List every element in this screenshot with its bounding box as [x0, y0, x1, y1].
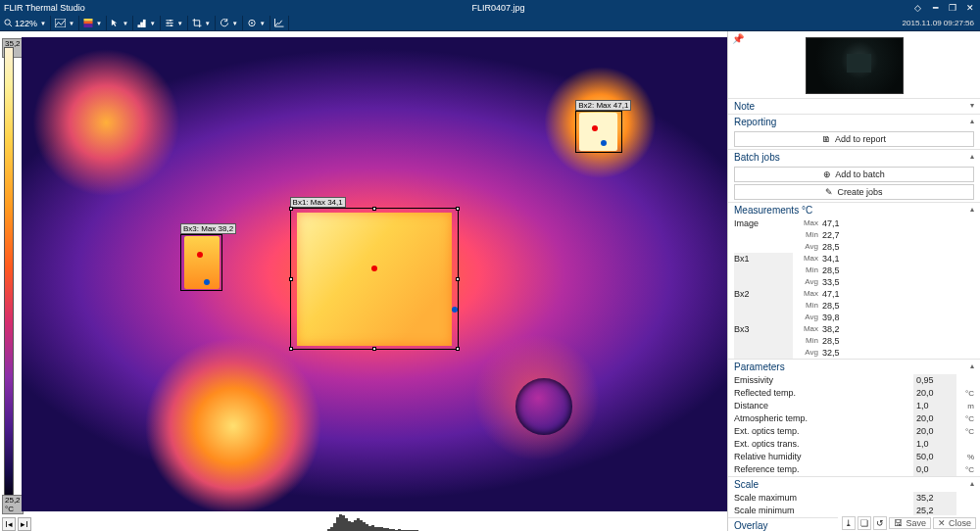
title-bar: FLIR Thermal Studio FLIR0407.jpg ◇ ━ ❐ ✕: [0, 0, 980, 16]
svg-rect-5: [83, 24, 92, 27]
section-parameters[interactable]: Parameters▴: [728, 360, 980, 374]
close-x-icon: ✕: [938, 518, 946, 528]
export-icon[interactable]: ⤓: [842, 516, 856, 530]
param-distance[interactable]: 1,0: [913, 400, 956, 412]
file-nav: I◂ ▸I: [2, 517, 31, 531]
zoom-value: 122%: [15, 19, 37, 28]
meas-bx2-name[interactable]: Bx2: [734, 288, 793, 323]
rotate-button[interactable]: ▼: [216, 16, 243, 30]
roi-bx2[interactable]: Bx2: Max 47,1: [575, 111, 622, 154]
meas-image-avg: 28,5: [822, 241, 861, 253]
meas-bx1-max: 34,1: [822, 253, 861, 265]
svg-rect-4: [83, 22, 92, 24]
section-reporting[interactable]: Reporting▴: [728, 115, 980, 129]
section-measurements[interactable]: Measurements °C▴: [728, 203, 980, 217]
pointer-tool-button[interactable]: ▼: [107, 16, 133, 30]
meas-bx3-avg: 32,5: [822, 347, 861, 359]
meas-bx2-min: 28,5: [822, 300, 861, 312]
roi-bx1[interactable]: Bx1: Max 34,1: [290, 208, 460, 350]
coin-cell: [515, 378, 572, 435]
adjust-button[interactable]: ▼: [161, 16, 188, 30]
first-file-button[interactable]: I◂: [2, 517, 16, 531]
save-button[interactable]: 🖫Save: [889, 517, 931, 529]
scale-gradient: [4, 47, 14, 506]
pin-icon[interactable]: 📌: [732, 33, 744, 44]
param-atm-temp[interactable]: 20,0: [913, 412, 956, 425]
svg-line-1: [9, 24, 12, 26]
scale-min-label: 25,2 °C: [2, 495, 24, 514]
meas-bx1-min: 28,5: [822, 265, 861, 276]
app-title: FLIR Thermal Studio: [4, 3, 85, 13]
maximize-icon[interactable]: ❐: [947, 2, 958, 14]
chevron-down-icon: ▼: [40, 21, 46, 26]
meas-bx2-max: 47,1: [822, 288, 861, 300]
section-scale[interactable]: Scale▴: [728, 477, 980, 492]
param-rel-humidity[interactable]: 50,0: [913, 451, 956, 463]
param-emissivity[interactable]: 0,95: [913, 374, 956, 387]
chevron-down-icon: ▼: [150, 21, 156, 26]
param-scale-max[interactable]: 35,2: [913, 492, 956, 505]
param-reflected-temp[interactable]: 20,0: [913, 387, 956, 400]
chevron-down-icon: ▼: [69, 21, 74, 26]
document-icon: 🗎: [822, 134, 831, 144]
svg-rect-3: [83, 19, 92, 22]
add-to-batch-button[interactable]: ⊕ Add to batch: [734, 167, 974, 182]
param-ext-opt-trans[interactable]: 1,0: [913, 438, 956, 451]
visual-image-thumbnail[interactable]: [806, 37, 904, 94]
svg-point-14: [171, 24, 172, 26]
roi-bx3-label: Bx3: Max 38,2: [180, 223, 236, 234]
panel-footer: ⤓ ❏ ↺ 🖫Save ✕Close: [838, 515, 980, 531]
copy-icon[interactable]: ❏: [858, 516, 871, 530]
roi-bx3[interactable]: Bx3: Max 38,2: [180, 234, 222, 291]
plus-circle-icon: ⊕: [823, 169, 831, 179]
target-button[interactable]: ▼: [243, 16, 270, 30]
svg-rect-6: [137, 24, 140, 27]
histogram[interactable]: [22, 513, 727, 531]
close-button[interactable]: ✕Close: [933, 517, 976, 529]
minimize-icon[interactable]: ━: [929, 2, 941, 14]
param-ref-temp[interactable]: 0,0: [913, 463, 956, 476]
chart-button[interactable]: [270, 16, 289, 30]
chevron-down-icon: ▼: [122, 21, 128, 26]
svg-point-13: [167, 23, 169, 24]
save-icon: 🖫: [894, 518, 903, 528]
close-icon[interactable]: ✕: [964, 2, 976, 14]
param-ext-opt-temp[interactable]: 20,0: [913, 425, 956, 438]
create-jobs-button[interactable]: ✎ Create jobs: [734, 184, 974, 200]
meas-bx1-name[interactable]: Bx1: [734, 253, 793, 288]
svg-point-12: [170, 20, 172, 22]
svg-point-16: [251, 23, 253, 24]
file-name: FLIR0407.jpg: [85, 3, 911, 13]
last-file-button[interactable]: ▸I: [18, 517, 31, 531]
svg-rect-7: [140, 23, 143, 27]
revert-icon[interactable]: ↺: [873, 516, 887, 530]
palette-button[interactable]: ▼: [79, 16, 107, 30]
thermal-image[interactable]: Bx1: Max 34,1 Bx2: Max 47,1 Bx3: Max 38,…: [22, 37, 727, 511]
chevron-down-icon: ▼: [205, 21, 211, 26]
section-batch[interactable]: Batch jobs▴: [728, 150, 980, 165]
svg-rect-8: [143, 20, 146, 27]
capture-timestamp: 2015.11.09 09:27:56: [903, 19, 974, 27]
diamond-icon[interactable]: ◇: [911, 2, 923, 14]
temperature-scale[interactable]: 35,2 °C 25,2 °C: [2, 39, 16, 513]
meas-bx3-min: 28,5: [822, 335, 861, 347]
chevron-down-icon: ▼: [96, 21, 102, 26]
image-mode-button[interactable]: ▼: [51, 16, 79, 30]
pencil-icon: ✎: [825, 187, 833, 197]
meas-bx1-avg: 33,5: [822, 276, 861, 288]
main-toolbar: 122% ▼ ▼ ▼ ▼ ▼ ▼ ▼ ▼ ▼ 2015.11.09 09:27:…: [0, 16, 980, 31]
isotherm-button[interactable]: ▼: [133, 16, 161, 30]
chevron-down-icon: ▼: [260, 21, 266, 26]
meas-bx3-name[interactable]: Bx3: [734, 323, 793, 359]
zoom-control[interactable]: 122% ▼: [0, 16, 51, 30]
meas-image-min: 22,7: [822, 229, 861, 241]
svg-rect-2: [55, 19, 66, 27]
section-note[interactable]: Note▾: [728, 99, 980, 114]
add-to-report-button[interactable]: 🗎 Add to report: [734, 131, 974, 147]
chevron-down-icon: ▼: [232, 21, 238, 26]
meas-bx2-avg: 39,8: [822, 312, 861, 323]
crop-button[interactable]: ▼: [188, 16, 216, 30]
canvas-area: 35,2 °C 25,2 °C Bx1: Max 34,1 Bx2: Max 4…: [0, 31, 727, 531]
meas-image-name: Image: [734, 217, 793, 253]
roi-bx1-label: Bx1: Max 34,1: [290, 197, 346, 208]
